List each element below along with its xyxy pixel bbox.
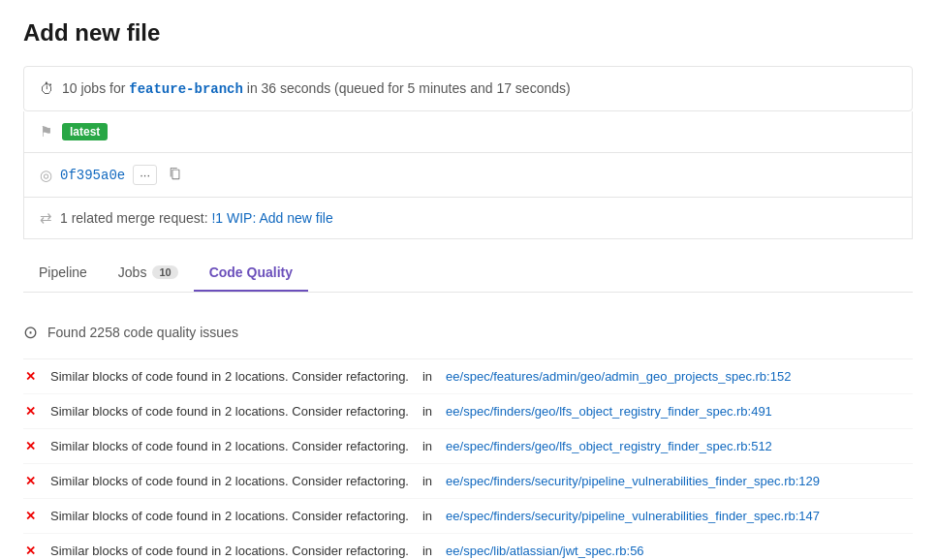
issue-location-prefix: in (422, 509, 432, 523)
commit-ellipsis-button[interactable]: ··· (133, 165, 157, 185)
issue-link[interactable]: ee/spec/finders/geo/lfs_object_registry_… (446, 439, 772, 453)
copy-commit-button[interactable] (165, 165, 186, 185)
issue-row: ✕ Similar blocks of code found in 2 loca… (23, 394, 913, 429)
error-icon: ✕ (23, 474, 37, 488)
error-icon: ✕ (23, 509, 37, 523)
jobs-count-text: 10 jobs for feature-branch in 36 seconds… (62, 80, 571, 97)
copy-icon (169, 167, 182, 180)
merge-request-icon: ⇄ (40, 209, 52, 227)
issue-description: Similar blocks of code found in 2 locati… (50, 369, 409, 384)
merge-request-section: ⇄ 1 related merge request: !1 WIP: Add n… (23, 198, 913, 239)
issue-link[interactable]: ee/spec/finders/security/pipeline_vulner… (446, 509, 820, 523)
quality-summary: Found 2258 code quality issues (47, 325, 238, 340)
info-bar: ⏱ 10 jobs for feature-branch in 36 secon… (23, 66, 913, 111)
error-icon: ✕ (23, 544, 37, 558)
issue-description: Similar blocks of code found in 2 locati… (50, 474, 409, 488)
meta-section: ⚑ latest (23, 111, 913, 153)
issue-location-prefix: in (422, 404, 432, 419)
merge-request-link[interactable]: !1 WIP: Add new file (211, 210, 332, 226)
tab-pipeline[interactable]: Pipeline (23, 255, 103, 292)
tabs-container: Pipeline Jobs 10 Code Quality (23, 255, 913, 293)
issue-row: ✕ Similar blocks of code found in 2 loca… (23, 534, 913, 560)
error-icon: ✕ (23, 439, 37, 453)
commit-hash-link[interactable]: 0f395a0e (60, 168, 125, 183)
issue-list: ✕ Similar blocks of code found in 2 loca… (23, 358, 913, 560)
issue-row: ✕ Similar blocks of code found in 2 loca… (23, 359, 913, 394)
quality-header: ⊙ Found 2258 code quality issues (23, 312, 913, 358)
branch-link[interactable]: feature-branch (129, 81, 243, 97)
issue-location-prefix: in (422, 474, 432, 488)
issue-link[interactable]: ee/spec/finders/security/pipeline_vulner… (446, 474, 820, 488)
tab-jobs[interactable]: Jobs 10 (103, 255, 194, 292)
page-title: Add new file (23, 19, 913, 47)
issue-location-prefix: in (422, 369, 432, 384)
tab-code-quality[interactable]: Code Quality (194, 255, 308, 292)
issue-row: ✕ Similar blocks of code found in 2 loca… (23, 499, 913, 534)
warning-icon: ⊙ (23, 322, 38, 343)
flag-icon: ⚑ (40, 123, 52, 140)
error-icon: ✕ (23, 404, 37, 419)
issue-location-prefix: in (422, 544, 432, 558)
commit-icon: ◎ (40, 167, 52, 184)
commit-section: ◎ 0f395a0e ··· (23, 153, 913, 198)
clock-icon: ⏱ (40, 80, 54, 97)
merge-request-text: 1 related merge request: !1 WIP: Add new… (60, 210, 333, 226)
issue-description: Similar blocks of code found in 2 locati… (50, 404, 409, 419)
issue-row: ✕ Similar blocks of code found in 2 loca… (23, 429, 913, 464)
issue-description: Similar blocks of code found in 2 locati… (50, 509, 409, 523)
issue-description: Similar blocks of code found in 2 locati… (50, 544, 409, 558)
latest-badge: latest (62, 123, 108, 140)
jobs-tab-badge: 10 (152, 265, 177, 279)
issue-link[interactable]: ee/spec/lib/atlassian/jwt_spec.rb:56 (446, 544, 644, 558)
error-icon: ✕ (23, 369, 37, 384)
issue-description: Similar blocks of code found in 2 locati… (50, 439, 409, 453)
issue-link[interactable]: ee/spec/finders/geo/lfs_object_registry_… (446, 404, 772, 419)
issue-location-prefix: in (422, 439, 432, 453)
issue-link[interactable]: ee/spec/features/admin/geo/admin_geo_pro… (446, 369, 791, 384)
issue-row: ✕ Similar blocks of code found in 2 loca… (23, 464, 913, 499)
quality-content: ⊙ Found 2258 code quality issues ✕ Simil… (23, 312, 913, 560)
